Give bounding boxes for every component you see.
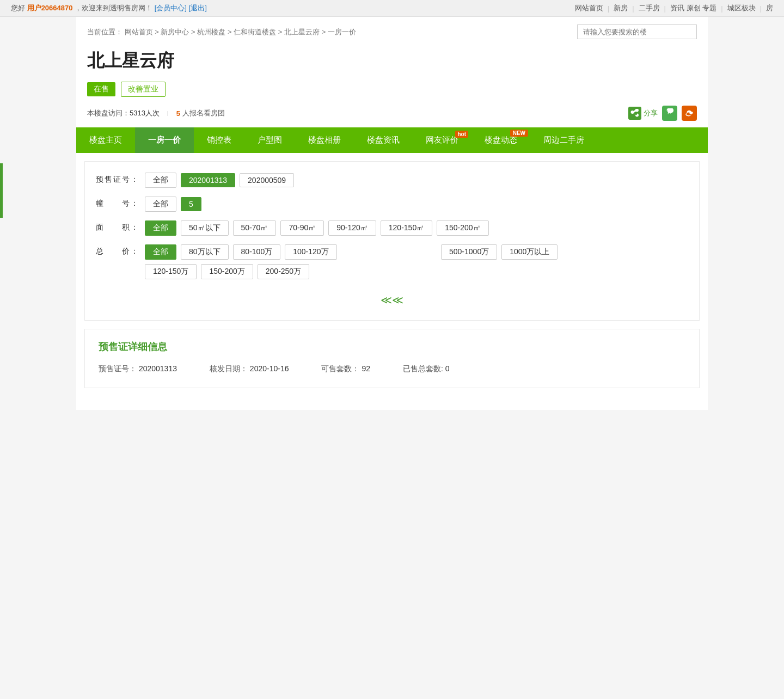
price-100-120-btn[interactable]: 100-120万	[285, 244, 336, 260]
main-container: 当前位置： 网站首页 > 新房中心 > 杭州楼盘 > 仁和街道楼盘 > 北上星云…	[76, 17, 708, 410]
tags-row: 在售 改善置业	[76, 77, 708, 101]
cert-sold-value: 0	[445, 364, 450, 373]
member-center-link[interactable]: [会员中心]	[155, 4, 187, 12]
breadcrumb: 当前位置： 网站首页 > 新房中心 > 杭州楼盘 > 仁和街道楼盘 > 北上星云…	[87, 27, 356, 37]
group-label: 人报名看房团	[180, 108, 225, 118]
area-filter-label: 面 积：	[96, 220, 145, 232]
area-120-150-btn[interactable]: 120-150㎡	[381, 220, 432, 236]
weibo-icon[interactable]	[682, 106, 697, 121]
tab-nearby[interactable]: 周边二手房	[530, 127, 597, 153]
breadcrumb-home[interactable]: 网站首页	[125, 28, 153, 36]
logout-link[interactable]: [退出]	[189, 4, 207, 12]
area-all-btn[interactable]: 全部	[145, 220, 176, 236]
page-title: 北上星云府	[87, 49, 697, 73]
breadcrumb-hangzhou[interactable]: 杭州楼盘	[197, 28, 225, 36]
stats-row: 本楼盘访问： 5313人次 I 5 人报名看房团 分享	[76, 101, 708, 127]
price-500-1000-btn[interactable]: 500-1000万	[441, 244, 497, 260]
nav-home[interactable]: 网站首页	[575, 3, 603, 13]
username: 用户20664870	[27, 4, 73, 12]
tab-album[interactable]: 楼盘相册	[295, 127, 354, 153]
cert-section: 预售证详细信息 预售证号： 202001313 核发日期： 2020-10-16…	[84, 329, 700, 388]
building-filter-row: 幢 号： 全部 5	[96, 197, 688, 212]
cert-date-value: 2020-10-16	[250, 364, 289, 373]
nav-house[interactable]: 房	[766, 3, 773, 13]
nav-news[interactable]: 资讯 原创 专题	[670, 3, 716, 13]
price-all-btn[interactable]: 全部	[145, 244, 176, 260]
price-150-200-btn[interactable]: 150-200万	[201, 264, 253, 279]
breadcrumb-current: 一房一价	[328, 28, 356, 36]
price-filter-row: 总 价： 全部 80万以下 80-100万 100-120万 120-150万 …	[96, 244, 688, 279]
presale-filter-options: 全部 202001313 202000509	[145, 173, 688, 188]
breadcrumb-row: 当前位置： 网站首页 > 新房中心 > 杭州楼盘 > 仁和街道楼盘 > 北上星云…	[76, 17, 708, 44]
area-50below-btn[interactable]: 50㎡以下	[181, 220, 229, 236]
tab-floor-plan[interactable]: 户型图	[244, 127, 295, 153]
page-title-section: 北上星云府	[76, 44, 708, 77]
building-5-btn[interactable]: 5	[181, 197, 201, 211]
area-150-200-btn[interactable]: 150-200㎡	[437, 220, 488, 236]
stats-left: 本楼盘访问： 5313人次 I 5 人报名看房团	[87, 108, 225, 118]
new-badge: NEW	[510, 130, 528, 137]
stats-right: 分享	[628, 106, 697, 121]
share-label: 分享	[644, 108, 658, 118]
cert-available-item: 可售套数： 92	[321, 364, 370, 374]
cert-info: 预售证号： 202001313 核发日期： 2020-10-16 可售套数： 9…	[99, 364, 685, 374]
cert-sold-label: 已售总套数:	[403, 364, 443, 373]
share-icon	[628, 107, 641, 120]
cert-date-label: 核发日期：	[210, 364, 248, 373]
visits-count: 5313人次	[130, 108, 160, 118]
left-indicator	[0, 163, 3, 218]
top-bar-right: 网站首页 | 新房 | 二手房 | 资讯 原创 专题 | 城区板块 | 房	[575, 3, 773, 13]
share-button[interactable]: 分享	[628, 107, 658, 120]
presale-filter-row: 预售证号： 全部 202001313 202000509	[96, 173, 688, 188]
price-200-250-btn[interactable]: 200-250万	[258, 264, 309, 279]
collapse-arrow[interactable]: ≪≪	[96, 288, 688, 309]
cert-number-item: 预售证号： 202001313	[99, 364, 177, 374]
tab-sales-control[interactable]: 销控表	[194, 127, 244, 153]
cert-available-label: 可售套数：	[321, 364, 359, 373]
visits-label: 本楼盘访问：	[87, 108, 130, 118]
price-80-100-btn[interactable]: 80-100万	[233, 244, 281, 260]
breadcrumb-project[interactable]: 北上星云府	[284, 28, 320, 36]
status-tag: 在售	[87, 82, 115, 96]
price-120-150-btn[interactable]: 120-150万	[145, 264, 197, 279]
type-tag: 改善置业	[121, 82, 166, 97]
tab-price[interactable]: 一房一价	[135, 127, 194, 153]
price-80below-btn[interactable]: 80万以下	[181, 244, 229, 260]
area-filter-options: 全部 50㎡以下 50-70㎡ 70-90㎡ 90-120㎡ 120-150㎡ …	[145, 220, 688, 236]
welcome-text: ，欢迎来到透明售房网！	[75, 4, 152, 12]
building-filter-options: 全部 5	[145, 197, 688, 212]
price-filter-options-2: 500-1000万 1000万以上	[441, 244, 688, 260]
wechat-icon[interactable]	[662, 106, 677, 121]
cert-available-value: 92	[362, 364, 370, 373]
cert-section-title: 预售证详细信息	[99, 340, 685, 353]
price-filter-options: 全部 80万以下 80-100万 100-120万 120-150万 150-2…	[145, 244, 392, 279]
price-1000above-btn[interactable]: 1000万以上	[501, 244, 558, 260]
breadcrumb-renhe[interactable]: 仁和街道楼盘	[234, 28, 276, 36]
building-filter-label: 幢 号：	[96, 197, 145, 209]
area-70-90-btn[interactable]: 70-90㎡	[280, 220, 324, 236]
tab-dynamics[interactable]: 楼盘动态 NEW	[471, 127, 530, 153]
cert-number-value: 202001313	[139, 364, 177, 373]
presale-all-btn[interactable]: 全部	[145, 173, 176, 188]
building-all-btn[interactable]: 全部	[145, 197, 176, 212]
tab-home[interactable]: 楼盘主页	[76, 127, 135, 153]
breadcrumb-new-center[interactable]: 新房中心	[161, 28, 189, 36]
tab-news[interactable]: 楼盘资讯	[354, 127, 413, 153]
greeting-text: 您好	[11, 4, 27, 12]
area-50-70-btn[interactable]: 50-70㎡	[233, 220, 277, 236]
nav-second-hand[interactable]: 二手房	[639, 3, 660, 13]
tab-reviews[interactable]: 网友评价 hot	[413, 127, 471, 153]
top-bar-left: 您好 用户20664870 ，欢迎来到透明售房网！ [会员中心] [退出]	[11, 3, 207, 13]
area-90-120-btn[interactable]: 90-120㎡	[328, 220, 376, 236]
search-box	[577, 24, 697, 39]
cert-number-label: 预售证号：	[99, 364, 137, 373]
search-input[interactable]	[577, 24, 697, 39]
nav-district[interactable]: 城区板块	[727, 3, 756, 13]
breadcrumb-text: 当前位置：	[87, 28, 122, 36]
presale-202000509-btn[interactable]: 202000509	[240, 173, 294, 187]
nav-new-house[interactable]: 新房	[614, 3, 628, 13]
presale-202001313-btn[interactable]: 202001313	[181, 173, 235, 187]
area-filter-row: 面 积： 全部 50㎡以下 50-70㎡ 70-90㎡ 90-120㎡ 120-…	[96, 220, 688, 236]
presale-filter-label: 预售证号：	[96, 173, 145, 185]
cert-sold-item: 已售总套数: 0	[403, 364, 450, 374]
